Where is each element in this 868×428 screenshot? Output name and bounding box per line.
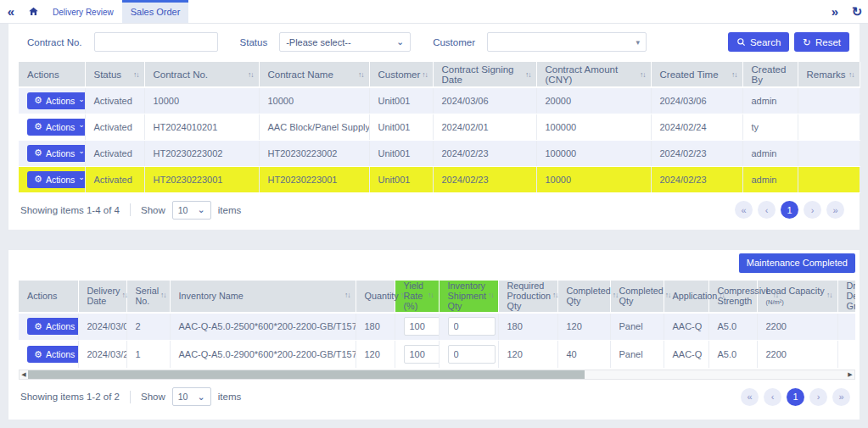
scroll-right-icon[interactable]: ▶ xyxy=(846,370,854,380)
horizontal-scrollbar[interactable]: ◀ ▶ xyxy=(19,370,855,380)
sort-icon[interactable]: ↑↓ xyxy=(422,70,428,79)
remarks-cell xyxy=(798,140,860,166)
refresh-page-icon[interactable]: ↻ xyxy=(846,0,868,23)
page-number-button[interactable]: 1 xyxy=(781,201,798,219)
col-dry-density-grade: Dry Density Grade xyxy=(837,281,855,313)
contract-name-cell: HT20230223001 xyxy=(259,166,369,192)
sort-icon[interactable]: ↑↓ xyxy=(358,70,364,79)
sort-icon[interactable]: ↑↓ xyxy=(488,292,494,300)
collapse-tabs-icon[interactable]: « xyxy=(0,0,22,23)
sort-icon[interactable]: ↑↓ xyxy=(160,292,166,300)
status-select[interactable]: -Please select-- ⌄ xyxy=(279,32,411,52)
status-selected-value: -Please select-- xyxy=(286,37,350,47)
last-page-button[interactable]: » xyxy=(826,201,844,219)
customer-cell: Unit001 xyxy=(369,114,433,140)
amount-cell: 20000 xyxy=(536,87,651,114)
contracts-table-footer: Showing items 1-4 of 4 Show 10 ⌄ items «… xyxy=(19,193,849,228)
last-page-button[interactable]: » xyxy=(832,388,850,406)
prev-page-button[interactable]: ‹ xyxy=(764,388,781,406)
col-actions: Actions xyxy=(19,62,85,87)
scrollbar-track[interactable] xyxy=(28,370,846,379)
items-label: items xyxy=(218,392,241,402)
created-time-cell: 2024/02/23 xyxy=(651,166,742,192)
col-quantity: Quantity↑↓ xyxy=(356,281,395,313)
remarks-cell xyxy=(798,114,860,140)
col-delivery-date: Delivery Date↑↓ xyxy=(78,281,126,313)
contracts-header-row: Actions Status↑↓ Contract No.↑↓ Contract… xyxy=(19,62,860,87)
load-capacity-cell: 2200 xyxy=(757,341,837,369)
serial-no-cell: 1 xyxy=(126,341,170,369)
customer-select[interactable]: ▾ xyxy=(487,32,647,52)
tab-delivery-review[interactable]: Delivery Review xyxy=(44,0,122,23)
show-label: Show xyxy=(141,205,165,215)
reset-button-label: Reset xyxy=(815,37,841,47)
reset-button[interactable]: ↻ Reset xyxy=(794,32,849,52)
col-actions: Actions xyxy=(19,281,78,313)
created-by-cell: admin xyxy=(742,166,798,192)
sort-icon[interactable]: ↑↓ xyxy=(248,70,254,79)
tab-label: Sales Order xyxy=(131,8,181,18)
sort-icon[interactable]: ↑↓ xyxy=(613,292,619,300)
sort-icon[interactable]: ↑↓ xyxy=(428,292,434,300)
page-size-value: 10 xyxy=(178,205,188,215)
row-actions-button[interactable]: ⚙Actions⌄ xyxy=(27,145,85,162)
inventory-name-cell: AAC-Q-A5.0-2500*600*200-2200-GB/T15762-2… xyxy=(170,313,356,341)
amount-cell: 100000 xyxy=(536,140,651,166)
scroll-left-icon[interactable]: ◀ xyxy=(20,370,28,380)
sort-icon[interactable]: ↑↓ xyxy=(640,70,646,79)
delivery-date-cell: 2024/03/26 xyxy=(78,341,126,369)
row-actions-button[interactable]: ⚙Actions⌄ xyxy=(27,119,85,136)
row-actions-button[interactable]: ⚙Actions⌄ xyxy=(27,346,78,363)
search-button[interactable]: Search xyxy=(728,32,789,52)
tab-sales-order[interactable]: Sales Order xyxy=(122,0,189,23)
sort-icon[interactable]: ↑↓ xyxy=(731,70,737,79)
search-button-label: Search xyxy=(750,37,781,47)
yield-rate-input[interactable] xyxy=(404,345,440,364)
sort-icon[interactable]: ↑↓ xyxy=(665,292,671,300)
page-size-select[interactable]: 10 ⌄ xyxy=(172,201,211,220)
delivery-table: Actions Delivery Date↑↓ Serial No.↑↓ Inv… xyxy=(19,281,855,370)
yield-rate-input[interactable] xyxy=(404,317,440,336)
inventory-shipment-qty-input[interactable] xyxy=(448,317,496,336)
page-number-button[interactable]: 1 xyxy=(787,388,804,406)
caret-down-icon: ▾ xyxy=(636,38,641,47)
home-icon[interactable] xyxy=(22,0,44,23)
sort-icon[interactable]: ↑↓ xyxy=(848,70,854,79)
required-production-qty-cell: 120 xyxy=(498,341,557,369)
inventory-shipment-qty-input[interactable] xyxy=(448,345,496,364)
next-page-button[interactable]: › xyxy=(804,201,821,219)
maintenance-completed-button[interactable]: Maintenance Completed xyxy=(739,253,855,273)
gear-icon: ⚙ xyxy=(34,322,42,331)
sort-icon[interactable]: ↑↓ xyxy=(122,292,128,300)
scrollbar-thumb[interactable] xyxy=(28,370,585,379)
prev-page-button[interactable]: ‹ xyxy=(758,201,776,219)
expand-tabs-icon[interactable]: » xyxy=(824,0,846,23)
col-signing-date: Contract Signing Date↑↓ xyxy=(433,62,536,87)
contract-no-input[interactable] xyxy=(94,32,218,52)
first-page-button[interactable]: « xyxy=(735,201,753,219)
next-page-button[interactable]: › xyxy=(809,388,827,406)
row-actions-button[interactable]: ⚙Actions⌄ xyxy=(27,171,85,188)
contract-no-cell: HT2024010201 xyxy=(144,114,259,140)
chevron-down-icon: ⌄ xyxy=(396,37,404,47)
page-size-select[interactable]: 10 ⌄ xyxy=(172,387,211,406)
sort-icon[interactable]: ↑↓ xyxy=(552,292,558,300)
row-actions-button[interactable]: ⚙Actions⌄ xyxy=(27,92,85,109)
table-row: ⚙Actions⌄ 2024/03/01 2 AAC-Q-A5.0-2500*6… xyxy=(19,313,855,341)
gear-icon: ⚙ xyxy=(34,175,42,184)
compressive-strength-cell: A5.0 xyxy=(708,313,757,341)
status-label: Status xyxy=(240,37,268,47)
status-cell: Activated xyxy=(85,140,144,166)
row-actions-button[interactable]: ⚙Actions⌄ xyxy=(27,318,78,335)
sort-icon[interactable]: ↑↓ xyxy=(133,70,139,79)
col-status: Status↑↓ xyxy=(85,62,144,87)
sort-icon[interactable]: ↑↓ xyxy=(525,70,531,79)
delivery-header-row: Actions Delivery Date↑↓ Serial No.↑↓ Inv… xyxy=(19,281,855,313)
gear-icon: ⚙ xyxy=(34,122,42,131)
sort-icon[interactable]: ↑↓ xyxy=(826,292,832,300)
reset-icon: ↻ xyxy=(803,36,811,48)
remarks-cell xyxy=(798,87,860,114)
first-page-button[interactable]: « xyxy=(741,388,759,406)
col-required-production-qty: Required Production Qty↑↓ xyxy=(498,281,557,313)
sort-icon[interactable]: ↑↓ xyxy=(344,292,350,300)
